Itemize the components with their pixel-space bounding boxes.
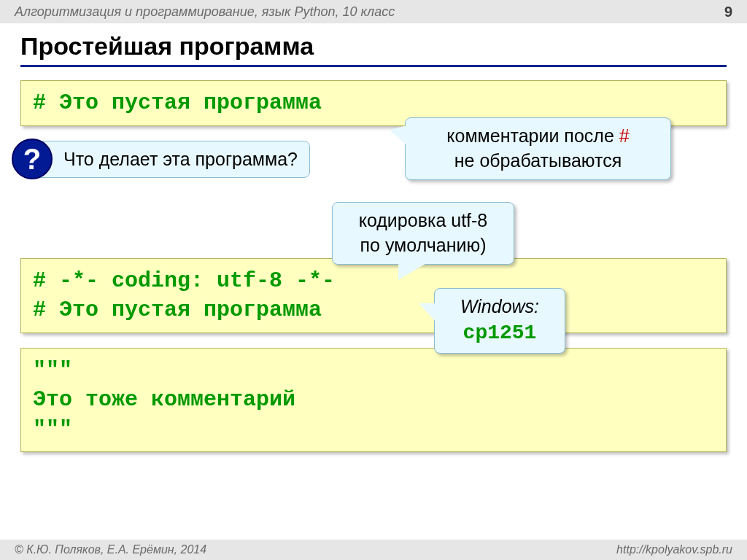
question-mark-icon: ? bbox=[12, 139, 53, 179]
callout-windows-cp1251: Windows: cp1251 bbox=[434, 288, 565, 354]
question-text: Что делает эта программа? bbox=[32, 141, 310, 178]
footer-url: http://kpolyakov.spb.ru bbox=[616, 543, 732, 556]
footer-author: © К.Ю. Поляков, Е.А. Ерёмин, 2014 bbox=[15, 543, 206, 556]
code-line: # Это пустая программа bbox=[33, 295, 714, 325]
hash-symbol: # bbox=[619, 125, 630, 146]
slide-header: Алгоритмизация и программирование, язык … bbox=[0, 0, 747, 23]
slide-title: Простейшая программа bbox=[20, 32, 727, 67]
callout-code: cp1251 bbox=[463, 322, 537, 344]
code-block-encoding: # -*- coding: utf-8 -*- # Это пустая про… bbox=[20, 258, 727, 333]
callout-line: по умолчанию) bbox=[360, 235, 487, 255]
callout-tail-icon bbox=[419, 303, 436, 322]
callout-text-part2: не обрабатываются bbox=[454, 150, 622, 171]
callout-tail-icon bbox=[398, 262, 427, 280]
callout-tail-icon bbox=[390, 125, 407, 146]
question-bubble: ? Что делает эта программа? bbox=[29, 141, 310, 178]
callout-line: Windows: bbox=[460, 296, 539, 316]
callout-utf8-default: кодировка utf-8 по умолчанию) bbox=[332, 202, 514, 265]
code-line: # Это пустая программа bbox=[33, 88, 714, 118]
slide-footer: © К.Ю. Поляков, Е.А. Ерёмин, 2014 http:/… bbox=[0, 540, 747, 560]
callout-comments-not-processed: комментарии после # не обрабатываются bbox=[405, 117, 671, 180]
callout-line: кодировка utf-8 bbox=[359, 210, 488, 230]
page-number: 9 bbox=[724, 4, 732, 20]
code-line: Это тоже комментарий bbox=[33, 385, 714, 415]
code-block-multiline-comment: """ Это тоже комментарий """ bbox=[20, 348, 727, 453]
callout-text-part1: комментарии после bbox=[446, 125, 619, 146]
code-line: # -*- coding: utf-8 -*- bbox=[33, 266, 714, 296]
code-line: """ bbox=[33, 356, 714, 386]
header-title: Алгоритмизация и программирование, язык … bbox=[15, 4, 395, 20]
code-line: """ bbox=[33, 415, 714, 445]
